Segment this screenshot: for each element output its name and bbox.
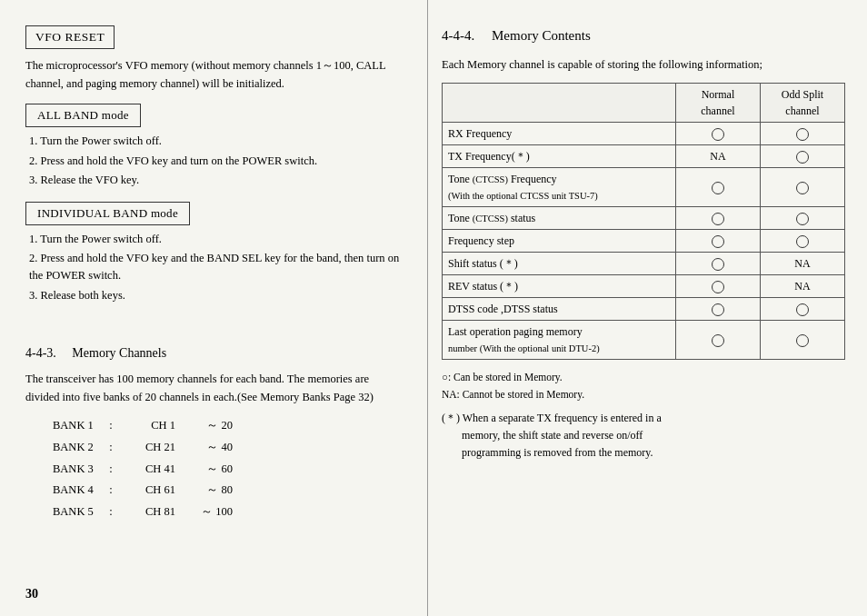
bank-2-name: BANK 2 <box>53 437 103 459</box>
circle-icon <box>796 128 809 141</box>
feature-rx-freq: RX Frequency <box>443 122 676 144</box>
section-number-right: 4-4-4. <box>442 28 474 43</box>
all-band-step-2: Press and hold the VFO key and turn on t… <box>25 153 405 170</box>
feature-shift-status: Shift status (＊) <box>443 252 676 274</box>
legend-circle: ○: Can be stored in Memory. <box>442 369 845 387</box>
bank-row-3: BANK 3 : CH 41 ～ 60 <box>53 459 405 481</box>
feature-paging: Last operation paging memorynumber (With… <box>443 320 676 359</box>
dtss-odd <box>760 297 844 320</box>
circle-icon <box>712 303 724 316</box>
all-band-box: ALL BAND mode <box>25 104 141 127</box>
memory-channels-text: The transceiver has 100 memory channels … <box>25 370 405 406</box>
all-band-steps: Turn the Power switch off. Press and hol… <box>25 133 405 189</box>
feature-freq-step: Frequency step <box>443 229 676 252</box>
table-row: Tone (CTCSS) Frequency(With the optional… <box>443 167 845 206</box>
tone-freq-normal <box>675 167 760 206</box>
circle-icon <box>712 235 724 248</box>
vfo-reset-box: VFO RESET <box>25 25 115 49</box>
bank-2-ch: CH 21 <box>119 437 183 459</box>
vfo-reset-label: VFO RESET <box>35 30 105 44</box>
section-title-right: 4-4-4. Memory Contents <box>442 25 845 46</box>
individual-band-box: INDIVIDUAL BAND mode <box>25 202 190 225</box>
bank-1-ch: CH 1 <box>119 415 183 437</box>
rx-normal <box>675 122 760 144</box>
table-row: Frequency step <box>443 229 845 252</box>
bank-2-range: ～ 40 <box>183 437 233 459</box>
bank-row-1: BANK 1 : CH 1 ～ 20 <box>53 415 405 437</box>
table-row: Tone (CTCSS) status <box>443 206 845 229</box>
individual-step-1: Turn the Power switch off. <box>25 231 405 248</box>
bank-3-name: BANK 3 <box>53 459 103 481</box>
vfo-reset-text: The microprocessor's VFO memory (without… <box>25 56 405 93</box>
bank-row-4: BANK 4 : CH 61 ～ 80 <box>53 480 405 502</box>
table-row: TX Frequency(＊) NA <box>443 144 845 167</box>
tone-status-normal <box>675 206 760 229</box>
table-row: DTSS code ,DTSS status <box>443 297 845 320</box>
asterisk-note: (＊) When a separate TX frequency is ente… <box>442 410 845 462</box>
table-row: RX Frequency <box>443 122 845 144</box>
bank-4-name: BANK 4 <box>53 480 103 502</box>
memory-table: Normalchannel Odd Splitchannel RX Freque… <box>442 83 845 360</box>
shift-odd: NA <box>760 252 844 274</box>
dtss-normal <box>675 297 760 320</box>
circle-icon <box>712 213 724 225</box>
tx-normal: NA <box>675 144 760 167</box>
table-row: Shift status (＊) NA <box>443 252 845 274</box>
tone-freq-odd <box>760 167 844 206</box>
rx-odd <box>760 122 844 144</box>
intro-text: Each Memory channel is capable of storin… <box>442 55 845 74</box>
bank-4-sep: : <box>103 480 119 502</box>
section-heading-right: Memory Contents <box>492 28 591 43</box>
bank-4-ch: CH 61 <box>119 480 183 502</box>
individual-step-3: Release both keys. <box>25 287 405 304</box>
page-number: 30 <box>25 584 38 603</box>
all-band-label: ALL BAND mode <box>37 108 129 122</box>
asterisk-line-2: memory, the shift state and reverse on/o… <box>442 427 845 444</box>
left-column: VFO RESET The microprocessor's VFO memor… <box>0 0 427 616</box>
feature-tone-status: Tone (CTCSS) status <box>443 206 676 229</box>
right-column: 4-4-4. Memory Contents Each Memory chann… <box>427 0 867 616</box>
feature-dtss: DTSS code ,DTSS status <box>443 297 676 320</box>
bank-1-range: ～ 20 <box>183 415 233 437</box>
bank-table: BANK 1 : CH 1 ～ 20 BANK 2 : CH 21 ～ 40 B… <box>53 415 405 523</box>
bank-row-2: BANK 2 : CH 21 ～ 40 <box>53 437 405 459</box>
bank-row-5: BANK 5 : CH 81 ～ 100 <box>53 502 405 523</box>
circle-icon <box>712 281 724 293</box>
bank-1-sep: : <box>103 415 119 437</box>
rev-odd: NA <box>760 274 844 297</box>
page: VFO RESET The microprocessor's VFO memor… <box>0 0 867 616</box>
table-row: Last operation paging memorynumber (With… <box>443 320 845 359</box>
circle-icon <box>796 182 809 194</box>
circle-icon <box>796 334 809 347</box>
bank-4-range: ～ 80 <box>183 480 233 502</box>
bank-1-name: BANK 1 <box>53 415 103 437</box>
circle-icon <box>796 213 809 225</box>
asterisk-line-3: programming is removed from the memory. <box>442 444 845 462</box>
freq-step-normal <box>675 229 760 252</box>
bank-2-sep: : <box>103 437 119 459</box>
table-row: REV status (＊) NA <box>443 274 845 297</box>
circle-icon <box>796 151 809 164</box>
circle-icon <box>712 182 724 194</box>
bank-3-range: ～ 60 <box>183 459 233 481</box>
col-odd-header: Odd Splitchannel <box>760 83 844 122</box>
bank-5-range: ～ 100 <box>183 502 233 523</box>
shift-normal <box>675 252 760 274</box>
memory-channels-number: 4-4-3. <box>25 346 56 360</box>
all-band-step-3: Release the VFO key. <box>25 172 405 189</box>
all-band-step-1: Turn the Power switch off. <box>25 133 405 150</box>
memory-channels-section: 4-4-3. Memory Channels <box>25 343 405 363</box>
legend-na: NA: Cannot be stored in Memory. <box>442 386 845 404</box>
col-normal-header: Normalchannel <box>675 83 760 122</box>
bank-5-ch: CH 81 <box>119 502 183 523</box>
circle-icon <box>712 128 724 141</box>
bank-5-name: BANK 5 <box>53 502 103 523</box>
circle-icon <box>712 258 724 271</box>
col-feature-header <box>443 83 676 122</box>
individual-band-steps: Turn the Power switch off. Press and hol… <box>25 231 405 304</box>
individual-step-2: Press and hold the VFO key and the BAND … <box>25 250 405 284</box>
rev-normal <box>675 274 760 297</box>
feature-rev-status: REV status (＊) <box>443 274 676 297</box>
circle-icon <box>796 303 809 316</box>
legend-area: ○: Can be stored in Memory. NA: Cannot b… <box>442 369 845 404</box>
